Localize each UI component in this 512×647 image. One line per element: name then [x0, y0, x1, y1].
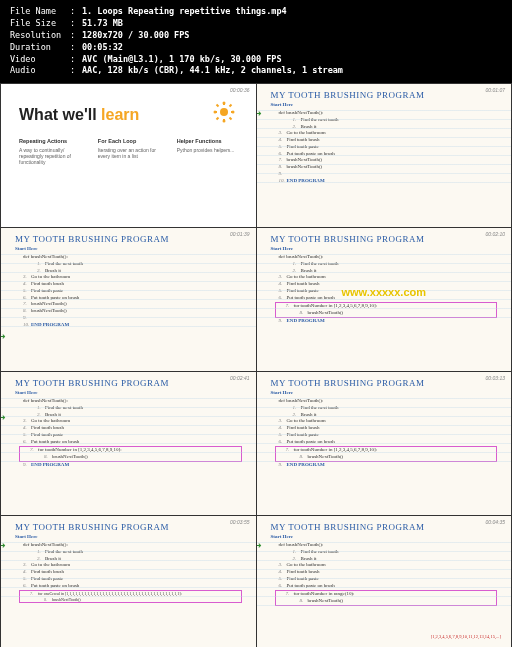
code-line: 2.Brush it: [293, 556, 502, 563]
svg-line-6: [229, 118, 231, 120]
code-line: 2.Brush it: [293, 412, 502, 419]
sun-icon: [212, 100, 236, 124]
code-line: 7.brushNextTooth(): [279, 157, 502, 164]
arrow-icon: ➜: [1, 333, 6, 341]
code-line: 9.END PROGRAM: [23, 462, 246, 469]
code-line: 5.Find tooth paste: [23, 576, 246, 583]
col-heading: Helper Functions: [177, 138, 242, 144]
start-here: Start Here: [271, 246, 502, 253]
label: Resolution: [10, 30, 70, 42]
code-line: 8.brushNextTooth(): [44, 597, 239, 602]
file-info-row: Duration:00:05:32: [10, 42, 502, 54]
code-line: 7.for toothNumber in range(10):: [286, 591, 495, 598]
arrow-icon: ➜: [257, 110, 262, 118]
value: AAC, 128 kb/s (CBR), 44.1 kHz, 2 channel…: [82, 65, 343, 77]
arrow-icon: ➜: [1, 414, 6, 422]
code-line: 1.Find the next tooth: [293, 117, 502, 124]
svg-line-7: [216, 118, 218, 120]
code-line: 6.Put tooth paste on brush: [279, 439, 502, 446]
code-line: 8.brushNextTooth(): [300, 454, 495, 461]
thumbnail-cell: 00:04:35 MY TOOTH BRUSHING PROGRAM Start…: [257, 516, 512, 647]
highlight-box: 7.for toothNumber in [1,2,3,4,5,6,7,8,9,…: [19, 446, 242, 462]
highlight-box: 7.for toothNumber in [1,2,3,4,5,6,7,8,9,…: [275, 302, 498, 318]
code-line: 7.for toothNumber in [1,2,3,4,5,6,7,8,9,…: [286, 303, 495, 310]
thumbnail-cell: 00:01:39 MY TOOTH BRUSHING PROGRAM Start…: [1, 228, 256, 371]
code-line: 4.Find tooth brush: [23, 569, 246, 576]
code-line: 9.: [279, 171, 502, 178]
label: File Size: [10, 18, 70, 30]
title-accent: learn: [101, 106, 139, 123]
code-line: def brushNextTooth():: [279, 110, 502, 117]
program-title: MY TOOTH BRUSHING PROGRAM: [15, 234, 256, 244]
code-line: 3.Go to the bathroom: [23, 562, 246, 569]
code-line: 8.brushNextTooth(): [44, 454, 239, 461]
highlight-box: 7.for toothNumber in range(10): 8.brushN…: [275, 590, 498, 606]
code-line: 5.Find tooth paste: [279, 576, 502, 583]
timestamp: 00:02:41: [230, 375, 249, 381]
slide-columns: Repeating ActionsA way to continually/ r…: [19, 138, 242, 165]
timestamp: 00:00:36: [230, 87, 249, 93]
thumbnail-cell: 00:00:36 What we'll learn Repeating Acti…: [1, 84, 256, 227]
code-line: def brushNextTooth():: [23, 542, 246, 549]
code-line: 9.END PROGRAM: [279, 462, 502, 469]
code-line: 6.Put tooth paste on brush: [279, 151, 502, 158]
code-line: def brushNextTooth():: [279, 254, 502, 261]
code-line: 7.brushNextTooth(): [23, 301, 246, 308]
highlight-box: 7.for oneCereal in [1,1,1,1,1,1,1,1,1,1,…: [19, 590, 242, 603]
code-line: 3.Go to the bathroom: [279, 130, 502, 137]
program-title: MY TOOTH BRUSHING PROGRAM: [271, 90, 512, 100]
code-line: def brushNextTooth():: [279, 398, 502, 405]
code-line: 6.Put tooth paste on brush: [279, 295, 502, 302]
col-text: A way to continually/ repeatingly repeti…: [19, 147, 84, 165]
code-line: 9.END PROGRAM: [279, 318, 502, 325]
code-line: 6.Put tooth paste on brush: [23, 439, 246, 446]
timestamp: 00:03:55: [230, 519, 249, 525]
code-line: 8.brushNextTooth(): [300, 310, 495, 317]
start-here: Start Here: [271, 102, 502, 109]
svg-line-5: [216, 105, 218, 107]
program-title: MY TOOTH BRUSHING PROGRAM: [271, 522, 512, 532]
value: 1280x720 / 30.000 FPS: [82, 30, 189, 42]
code-line: 1.Find the next tooth: [293, 405, 502, 412]
code-line: 4.Find tooth brush: [23, 425, 246, 432]
svg-point-10: [231, 111, 234, 114]
file-info-row: File Name:1. Loops Repeating repetitive …: [10, 6, 502, 18]
program-title: MY TOOTH BRUSHING PROGRAM: [271, 234, 512, 244]
code-line: 2.Brush it: [37, 412, 246, 419]
slide-col: Helper FunctionsPython provides helpers.…: [177, 138, 242, 165]
timestamp: 00:03:13: [486, 375, 505, 381]
program-body: Start Here ➜ def brushNextTooth(): 1.Fin…: [1, 534, 256, 603]
svg-point-0: [220, 108, 228, 116]
code-line: 6.Put tooth paste on brush: [23, 295, 246, 302]
code-line: 8.brushNextTooth(): [279, 164, 502, 171]
value: 00:05:32: [82, 42, 123, 54]
code-line: 3.Go to the bathroom: [279, 562, 502, 569]
code-line: 5.Find tooth paste: [23, 432, 246, 439]
svg-point-9: [222, 102, 225, 105]
program-body: Start Here def brushNextTooth(): 1.Find …: [1, 246, 256, 328]
code-line: 7.for toothNumber in [1,2,3,4,5,6,7,8,9,…: [286, 447, 495, 454]
col-heading: Repeating Actions: [19, 138, 84, 144]
file-info-row: Resolution:1280x720 / 30.000 FPS: [10, 30, 502, 42]
program-body: Start Here def brushNextTooth(): 1.Find …: [1, 390, 256, 468]
label: Duration: [10, 42, 70, 54]
code-line: 2.Brush it: [293, 124, 502, 131]
label: Video: [10, 54, 70, 66]
timestamp: 00:01:39: [230, 231, 249, 237]
code-line: def brushNextTooth():: [23, 398, 246, 405]
code-line: 4.Find tooth brush: [279, 425, 502, 432]
code-line: 5.Find tooth paste: [279, 432, 502, 439]
code-line: 2.Brush it: [293, 268, 502, 275]
annotation: [1,2,3,4,5,6,7,8,9,10,11,12,13,14,15,...…: [431, 634, 501, 640]
program-title: MY TOOTH BRUSHING PROGRAM: [15, 522, 256, 532]
code-line: 1.Find the next tooth: [37, 261, 246, 268]
file-info-row: Video:AVC (Main@L3.1), 1 170 kb/s, 30.00…: [10, 54, 502, 66]
code-line: 6.Put tooth paste on brush: [279, 583, 502, 590]
code-line: 8.brushNextTooth(): [23, 308, 246, 315]
code-line: 3.Go to the bathroom: [23, 418, 246, 425]
code-line: 2.Brush it: [37, 268, 246, 275]
code-line: 4.Find tooth brush: [279, 569, 502, 576]
code-line: 5.Find tooth paste: [279, 144, 502, 151]
code-line: 4.Find tooth brush: [23, 281, 246, 288]
start-here: Start Here: [271, 534, 502, 541]
